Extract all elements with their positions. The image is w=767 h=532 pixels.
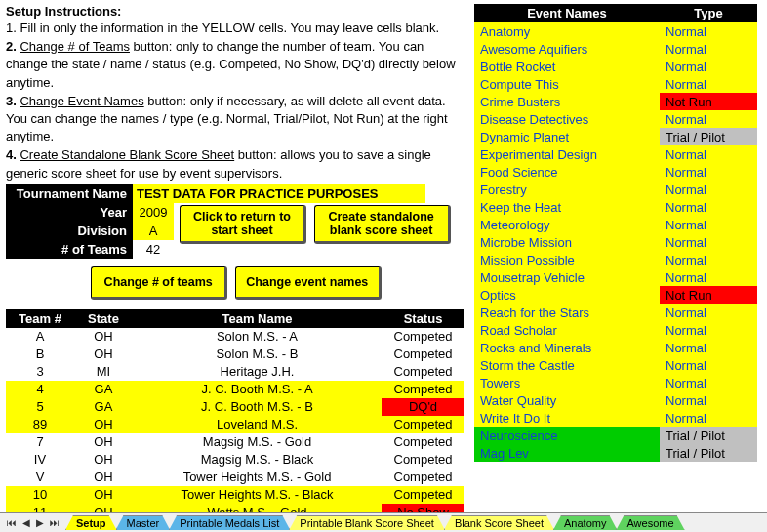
team-num-cell[interactable]: 10 <box>6 486 74 504</box>
event-type-cell[interactable]: Normal <box>660 409 757 427</box>
event-row[interactable]: Keep the HeatNormal <box>474 198 757 216</box>
team-status-cell[interactable]: Competed <box>382 363 464 381</box>
tab-anatomy[interactable]: Anatomy <box>553 515 617 530</box>
tab-last-icon[interactable]: ⏭ <box>47 517 62 528</box>
team-state-cell[interactable]: OH <box>74 433 133 451</box>
team-name-cell[interactable]: Solon M.S. - B <box>133 346 382 363</box>
team-row[interactable]: AOHSolon M.S. - ACompeted <box>6 328 464 346</box>
event-name-cell[interactable]: Mousetrap Vehicle <box>474 268 660 286</box>
team-status-cell[interactable]: Competed <box>382 469 464 486</box>
team-row[interactable]: 10OHTower Heights M.S. - BlackCompeted <box>6 486 464 504</box>
event-row[interactable]: Water QualityNormal <box>474 391 757 409</box>
event-type-cell[interactable]: Normal <box>660 163 757 181</box>
team-status-cell[interactable]: Competed <box>382 416 464 433</box>
team-status-cell[interactable]: Competed <box>382 381 464 398</box>
event-type-cell[interactable]: Normal <box>660 216 757 233</box>
event-type-cell[interactable]: Normal <box>660 145 757 163</box>
event-row[interactable]: Road ScholarNormal <box>474 321 757 339</box>
event-name-cell[interactable]: Neuroscience <box>474 427 660 444</box>
event-type-cell[interactable]: Not Run <box>660 93 757 110</box>
event-row[interactable]: Awesome AquifiersNormal <box>474 40 757 58</box>
event-name-cell[interactable]: Meteorology <box>474 216 660 233</box>
return-button[interactable]: Click to return tostart sheet <box>180 205 306 244</box>
team-state-cell[interactable]: GA <box>74 398 133 416</box>
event-row[interactable]: Food ScienceNormal <box>474 163 757 181</box>
team-row[interactable]: IVOHMagsig M.S. - BlackCompeted <box>6 451 464 469</box>
team-state-cell[interactable]: MI <box>74 363 133 381</box>
event-name-cell[interactable]: Road Scholar <box>474 321 660 339</box>
team-row[interactable]: 4GAJ. C. Booth M.S. - ACompeted <box>6 381 464 398</box>
team-state-cell[interactable]: OH <box>74 328 133 346</box>
event-row[interactable]: Mag LevTrial / Pilot <box>474 444 757 462</box>
event-type-cell[interactable]: Normal <box>660 304 757 321</box>
event-name-cell[interactable]: Write It Do It <box>474 409 660 427</box>
event-type-cell[interactable]: Normal <box>660 110 757 128</box>
event-type-cell[interactable]: Normal <box>660 356 757 374</box>
create-blank-button[interactable]: Create standaloneblank score sheet <box>314 205 451 244</box>
event-name-cell[interactable]: Experimental Design <box>474 145 660 163</box>
team-row[interactable]: VOHTower Heights M.S. - GoldCompeted <box>6 469 464 486</box>
event-type-cell[interactable]: Trial / Pilot <box>660 444 757 462</box>
event-row[interactable]: NeuroscienceTrial / Pilot <box>474 427 757 444</box>
team-num-cell[interactable]: 89 <box>6 416 74 433</box>
team-name-cell[interactable]: Tower Heights M.S. - Gold <box>133 469 382 486</box>
team-name-cell[interactable]: J. C. Booth M.S. - B <box>133 398 382 416</box>
event-type-cell[interactable]: Normal <box>660 233 757 251</box>
event-row[interactable]: Crime BustersNot Run <box>474 93 757 110</box>
team-status-cell[interactable]: Competed <box>382 433 464 451</box>
event-row[interactable]: Mission PossibleNormal <box>474 251 757 268</box>
tab-blank-score[interactable]: Blank Score Sheet <box>444 515 554 530</box>
team-name-cell[interactable]: Tower Heights M.S. - Black <box>133 486 382 504</box>
event-type-cell[interactable]: Not Run <box>660 286 757 304</box>
event-type-cell[interactable]: Normal <box>660 391 757 409</box>
num-teams-cell[interactable]: 42 <box>133 240 174 259</box>
event-name-cell[interactable]: Awesome Aquifiers <box>474 40 660 58</box>
change-teams-button[interactable]: Change # of teams <box>91 266 227 300</box>
team-state-cell[interactable]: OH <box>74 416 133 433</box>
event-row[interactable]: ForestryNormal <box>474 181 757 198</box>
event-type-cell[interactable]: Normal <box>660 58 757 75</box>
event-row[interactable]: Mousetrap VehicleNormal <box>474 268 757 286</box>
tab-nav[interactable]: ⏮ ◀ ▶ ⏭ <box>0 517 66 528</box>
event-type-cell[interactable]: Normal <box>660 374 757 391</box>
team-status-cell[interactable]: DQ'd <box>382 398 464 416</box>
event-type-cell[interactable]: Normal <box>660 181 757 198</box>
change-events-button[interactable]: Change event names <box>235 266 382 300</box>
event-name-cell[interactable]: Keep the Heat <box>474 198 660 216</box>
event-name-cell[interactable]: Food Science <box>474 163 660 181</box>
team-num-cell[interactable]: B <box>6 346 74 363</box>
team-name-cell[interactable]: J. C. Booth M.S. - A <box>133 381 382 398</box>
event-type-cell[interactable]: Normal <box>660 198 757 216</box>
event-name-cell[interactable]: Microbe Mission <box>474 233 660 251</box>
tab-setup[interactable]: Setup <box>65 515 117 530</box>
event-row[interactable]: Experimental DesignNormal <box>474 145 757 163</box>
team-num-cell[interactable]: A <box>6 328 74 346</box>
event-row[interactable]: AnatomyNormal <box>474 22 757 40</box>
team-row[interactable]: 89OHLoveland M.S.Competed <box>6 416 464 433</box>
team-num-cell[interactable]: 3 <box>6 363 74 381</box>
team-name-cell[interactable]: Loveland M.S. <box>133 416 382 433</box>
tab-next-icon[interactable]: ▶ <box>33 517 47 528</box>
tab-master[interactable]: Master <box>116 515 171 530</box>
team-name-cell[interactable]: Heritage J.H. <box>133 363 382 381</box>
team-state-cell[interactable]: OH <box>74 469 133 486</box>
team-state-cell[interactable]: OH <box>74 346 133 363</box>
event-type-cell[interactable]: Normal <box>660 75 757 93</box>
event-type-cell[interactable]: Trial / Pilot <box>660 128 757 145</box>
team-status-cell[interactable]: Competed <box>382 451 464 469</box>
division-cell[interactable]: A <box>133 222 174 240</box>
tab-printable-blank[interactable]: Printable Blank Score Sheet <box>289 515 445 530</box>
event-type-cell[interactable]: Normal <box>660 251 757 268</box>
event-name-cell[interactable]: Reach for the Stars <box>474 304 660 321</box>
year-cell[interactable]: 2009 <box>133 203 174 222</box>
team-status-cell[interactable]: Competed <box>382 328 464 346</box>
event-name-cell[interactable]: Crime Busters <box>474 93 660 110</box>
team-name-cell[interactable]: Magsig M.S. - Black <box>133 451 382 469</box>
team-row[interactable]: 7OHMagsig M.S. - GoldCompeted <box>6 433 464 451</box>
event-name-cell[interactable]: Compute This <box>474 75 660 93</box>
tab-medals[interactable]: Printable Medals List <box>169 515 290 530</box>
event-type-cell[interactable]: Normal <box>660 22 757 40</box>
event-row[interactable]: OpticsNot Run <box>474 286 757 304</box>
event-name-cell[interactable]: Mag Lev <box>474 444 660 462</box>
team-num-cell[interactable]: V <box>6 469 74 486</box>
